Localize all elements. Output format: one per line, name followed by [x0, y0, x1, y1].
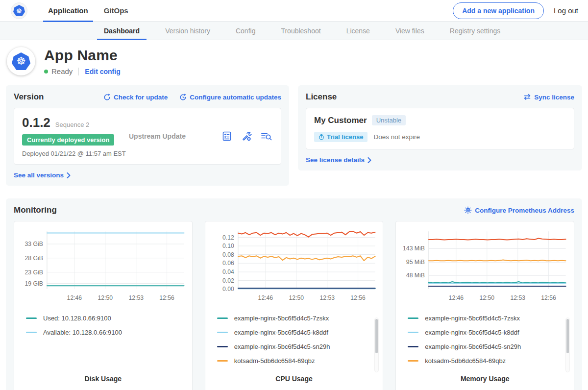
- tab-config[interactable]: Config: [223, 22, 268, 40]
- license-details-card: My Customer Unstable Trial license Does …: [306, 108, 574, 149]
- svg-text:143 MiB: 143 MiB: [403, 245, 425, 252]
- monitoring-section: Monitoring Configure Prometheus Address …: [6, 198, 582, 390]
- legend-label: kotsadm-5db6dc6584-69qbz: [234, 357, 315, 365]
- legend-color-swatch: [408, 317, 418, 319]
- legend-item: example-nginx-5bc6f5d4c5-sn29h: [217, 340, 378, 354]
- legend-item: example-nginx-5bc6f5d4c5-k8ddf: [217, 325, 378, 340]
- preflight-checks-icon[interactable]: [221, 130, 233, 142]
- logout-button[interactable]: Log out: [554, 6, 578, 15]
- svg-text:12:50: 12:50: [480, 294, 495, 301]
- svg-text:23 GiB: 23 GiB: [25, 269, 43, 276]
- top-navigation: ☸ Application GitOps Add a new applicati…: [0, 0, 588, 22]
- legend-item: example-nginx-5bc6f5d4c5-7zskx: [217, 311, 378, 325]
- svg-text:12:46: 12:46: [67, 294, 82, 301]
- memory-usage-legend: example-nginx-5bc6f5d4c5-7zskxexample-ng…: [401, 311, 569, 369]
- legend-item: example-nginx-5bc6f5d4c5-sn29h: [408, 340, 569, 354]
- app-logo: ☸: [7, 47, 35, 75]
- nav-tab-application[interactable]: Application: [40, 0, 96, 22]
- disk-usage-legend: Used: 10.128.0.66:9100Available: 10.128.…: [19, 311, 187, 369]
- deployed-badge: Currently deployed version: [22, 134, 114, 146]
- see-all-versions-link[interactable]: See all versions: [14, 171, 71, 179]
- legend-label: kotsadm-5db6dc6584-69qbz: [425, 357, 506, 365]
- legend-item: kotsadm-5db6dc6584-69qbz: [217, 354, 378, 368]
- svg-text:12:56: 12:56: [159, 294, 174, 301]
- channel-badge: Unstable: [372, 115, 406, 125]
- configure-automatic-updates-link[interactable]: Configure automatic updates: [179, 94, 281, 101]
- sequence-label: Sequence 2: [55, 121, 89, 128]
- chart-title: Memory Usage: [401, 375, 569, 383]
- cpu-usage-legend: example-nginx-5bc6f5d4c5-7zskxexample-ng…: [210, 311, 378, 369]
- legend-item: example-nginx-5bc6f5d4c5-k8ddf: [408, 325, 569, 340]
- license-expiry: Does not expire: [373, 133, 420, 141]
- chevron-right-icon: [67, 172, 71, 178]
- svg-text:0.12: 0.12: [222, 234, 234, 241]
- app-tab-bar: Dashboard Version history Config Trouble…: [0, 22, 588, 40]
- svg-text:33 GiB: 33 GiB: [25, 241, 43, 247]
- svg-text:95 MiB: 95 MiB: [406, 259, 425, 266]
- legend-label: Available: 10.128.0.66:9100: [43, 329, 122, 336]
- refresh-icon: [103, 94, 111, 101]
- legend-color-swatch: [26, 317, 37, 319]
- svg-text:12:50: 12:50: [289, 294, 304, 301]
- add-new-application-button[interactable]: Add a new application: [453, 2, 544, 19]
- tab-license[interactable]: License: [334, 22, 383, 40]
- summary-cards-row: Version Check for update Configure autom…: [0, 85, 588, 186]
- chart-title: Disk Usage: [19, 375, 187, 383]
- disk-usage-card: 12:4612:5012:5312:5619 GiB23 GiB28 GiB33…: [14, 221, 193, 390]
- edit-config-link[interactable]: Edit config: [85, 68, 120, 75]
- cpu-usage-chart: 12:4612:5012:5312:560.000.020.040.060.08…: [210, 227, 378, 303]
- edit-config-icon[interactable]: [241, 130, 252, 142]
- svg-text:0.02: 0.02: [222, 277, 234, 284]
- memory-usage-card: 12:4612:5012:5312:5648 MiB95 MiB143 MiB …: [395, 221, 574, 390]
- sync-icon: [523, 94, 531, 100]
- see-license-details-link[interactable]: See license details: [306, 156, 371, 164]
- tab-registry-settings[interactable]: Registry settings: [437, 22, 513, 40]
- legend-color-swatch: [408, 360, 418, 362]
- legend-color-swatch: [217, 360, 228, 362]
- configure-prometheus-link[interactable]: Configure Prometheus Address: [464, 206, 574, 214]
- view-diff-icon[interactable]: [260, 130, 273, 142]
- legend-label: example-nginx-5bc6f5d4c5-7zskx: [425, 315, 520, 322]
- check-for-update-link[interactable]: Check for update: [103, 94, 168, 101]
- status-label: Ready: [51, 67, 73, 75]
- app-header: ☸ App Name Ready Edit config: [0, 40, 588, 85]
- nav-tab-gitops[interactable]: GitOps: [96, 0, 136, 22]
- legend-item: Available: 10.128.0.66:9100: [26, 325, 187, 340]
- tab-view-files[interactable]: View files: [383, 22, 437, 40]
- svg-text:12:46: 12:46: [258, 294, 273, 301]
- svg-text:19 GiB: 19 GiB: [25, 280, 43, 287]
- memory-usage-chart: 12:4612:5012:5312:5648 MiB95 MiB143 MiB: [401, 227, 569, 303]
- tab-version-history[interactable]: Version history: [152, 22, 223, 40]
- kubernetes-logo: ☸: [11, 2, 27, 19]
- legend-scrollbar[interactable]: [565, 317, 570, 372]
- sync-license-link[interactable]: Sync license: [523, 94, 574, 101]
- legend-label: Used: 10.128.0.66:9100: [43, 315, 111, 322]
- version-card-title: Version: [14, 92, 44, 102]
- svg-text:12:53: 12:53: [128, 294, 144, 301]
- legend-scrollbar[interactable]: [374, 317, 379, 372]
- legend-label: example-nginx-5bc6f5d4c5-k8ddf: [425, 329, 519, 336]
- divider: [78, 68, 79, 75]
- monitoring-title: Monitoring: [14, 205, 57, 215]
- scrollbar-thumb[interactable]: [566, 319, 569, 353]
- svg-text:0.08: 0.08: [222, 251, 234, 258]
- scrollbar-thumb[interactable]: [375, 319, 378, 353]
- svg-text:12:56: 12:56: [541, 294, 557, 301]
- svg-text:28 GiB: 28 GiB: [25, 255, 43, 262]
- legend-label: example-nginx-5bc6f5d4c5-7zskx: [234, 315, 329, 322]
- legend-item: example-nginx-5bc6f5d4c5-7zskx: [408, 311, 569, 325]
- kubernetes-helm-icon: ☸: [12, 52, 30, 70]
- svg-text:12:46: 12:46: [449, 294, 464, 301]
- svg-text:0.04: 0.04: [222, 268, 234, 275]
- svg-text:0.10: 0.10: [222, 243, 234, 249]
- legend-color-swatch: [217, 332, 228, 333]
- license-card: License Sync license My Customer Unstabl…: [298, 85, 582, 171]
- cpu-usage-card: 12:4612:5012:5312:560.000.020.040.060.08…: [205, 221, 384, 390]
- svg-text:12:53: 12:53: [319, 294, 335, 301]
- kubernetes-helm-icon: ☸: [13, 5, 25, 16]
- version-number: 0.1.2: [22, 115, 50, 130]
- svg-text:12:56: 12:56: [350, 294, 366, 301]
- tab-troubleshoot[interactable]: Troubleshoot: [268, 22, 333, 40]
- gear-icon: [464, 206, 472, 214]
- tab-dashboard[interactable]: Dashboard: [91, 22, 152, 40]
